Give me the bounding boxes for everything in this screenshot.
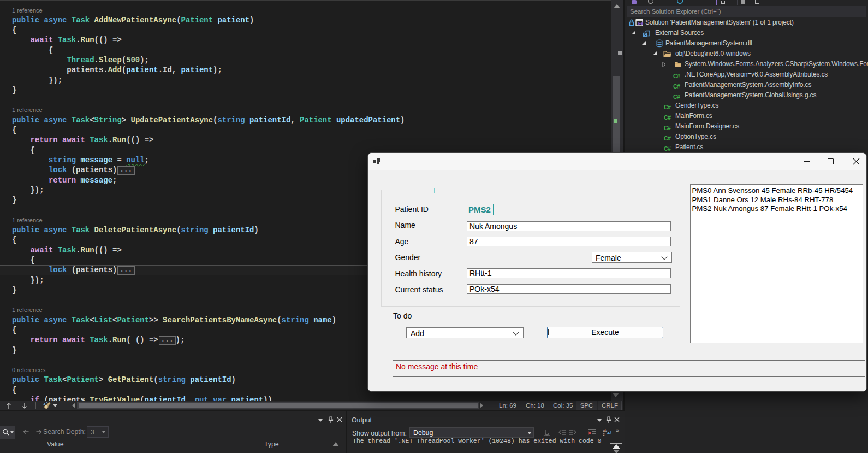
svg-text:ab: ab <box>603 428 607 432</box>
svg-text:c: c <box>603 432 605 436</box>
